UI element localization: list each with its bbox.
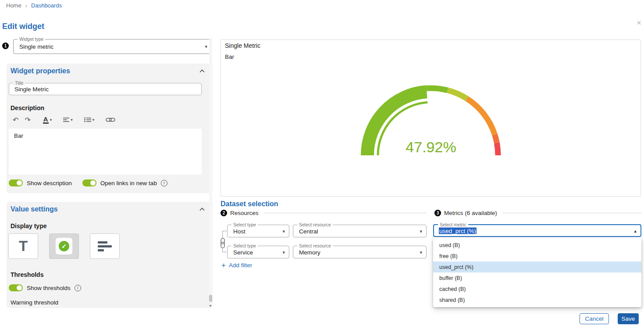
value-settings-header: Value settings bbox=[11, 205, 205, 213]
chevron-down-icon: ▾ bbox=[282, 228, 285, 234]
show-thresholds-label: Show thresholds bbox=[27, 285, 71, 291]
resource-type-select-2[interactable]: Select type Service ▾ bbox=[227, 246, 289, 258]
scrollbar-thumb[interactable] bbox=[209, 295, 212, 302]
step-1-badge: 1 bbox=[2, 43, 9, 49]
chevron-down-icon: ▾ bbox=[420, 228, 422, 234]
widget-type-label: Widget type bbox=[18, 36, 45, 42]
breadcrumb-separator-icon: › bbox=[25, 2, 27, 9]
menu-item-used[interactable]: used (B) bbox=[433, 240, 641, 251]
metric-options-menu: used (B) free (B) used_prct (%) buffer (… bbox=[433, 238, 641, 307]
redo-icon[interactable]: ↷ bbox=[22, 115, 32, 125]
resource-type-value-1: Host bbox=[233, 228, 246, 234]
warning-threshold-label: Warning threshold bbox=[11, 299, 58, 306]
link-icon bbox=[106, 117, 115, 122]
info-icon[interactable]: i bbox=[161, 180, 167, 186]
link-resources-icon bbox=[220, 238, 226, 250]
select-resource-label: Select resource bbox=[297, 222, 333, 227]
collapse-chevron-up-icon[interactable] bbox=[199, 69, 205, 73]
widget-properties-panel: Widget properties Title Description ↶ ↷ … bbox=[7, 64, 213, 193]
menu-item-buffer[interactable]: buffer (B) bbox=[433, 272, 641, 283]
select-type-label: Select type bbox=[231, 243, 258, 248]
title-input[interactable] bbox=[14, 83, 197, 95]
add-filter-label: Add filter bbox=[229, 262, 252, 269]
value-settings-heading: Value settings bbox=[11, 205, 58, 213]
info-icon[interactable]: i bbox=[75, 285, 81, 291]
resource-type-select-1[interactable]: Select type Host ▾ bbox=[227, 225, 289, 237]
connector-line bbox=[222, 231, 227, 231]
breadcrumb-home-link[interactable]: Home bbox=[6, 2, 21, 9]
title-field[interactable]: Title bbox=[9, 83, 202, 95]
chevron-down-icon: ▾ bbox=[282, 249, 285, 255]
preview-description: Bar bbox=[225, 54, 234, 60]
select-resource-label: Select resource bbox=[297, 243, 333, 248]
thresholds-toggle-row: Show thresholds i bbox=[9, 284, 81, 291]
page-title: Edit widget bbox=[2, 22, 44, 31]
resource-value-2: Memory bbox=[299, 249, 320, 255]
display-type-bar-button[interactable] bbox=[90, 233, 120, 259]
description-toggles-row: Show description Open links in new tab i bbox=[9, 179, 167, 186]
display-type-tiles: T ✓ bbox=[8, 233, 120, 259]
text-color-button[interactable]: A ▾ bbox=[41, 115, 54, 125]
undo-icon[interactable]: ↶ bbox=[11, 115, 21, 125]
display-type-text-button[interactable]: T bbox=[8, 233, 38, 259]
step-3-badge: 3 bbox=[434, 210, 441, 216]
value-settings-panel: Value settings Display type T ✓ Threshol… bbox=[7, 202, 213, 308]
collapse-chevron-up-icon[interactable] bbox=[199, 208, 205, 211]
chevron-down-icon: ▾ bbox=[420, 249, 422, 255]
breadcrumb-dashboards-link[interactable]: Dashboards bbox=[31, 2, 62, 9]
widget-properties-heading: Widget properties bbox=[11, 67, 70, 75]
add-filter-button[interactable]: + Add filter bbox=[221, 262, 252, 269]
open-links-label: Open links in new tab bbox=[100, 180, 157, 186]
gauge-display-icon: ✓ bbox=[56, 238, 72, 254]
breadcrumb: Home › Dashboards bbox=[6, 2, 62, 9]
resource-select-2[interactable]: Select resource Memory ▾ bbox=[293, 246, 427, 258]
save-button[interactable]: Save bbox=[618, 313, 639, 324]
gauge-value-text: 47.92% bbox=[406, 139, 456, 155]
menu-item-cached[interactable]: cached (B) bbox=[433, 283, 641, 294]
open-links-toggle[interactable] bbox=[82, 179, 96, 186]
chevron-up-icon: ▴ bbox=[634, 228, 637, 233]
rich-text-toolbar: ↶ ↷ A ▾ ▾ ▾ bbox=[11, 115, 117, 125]
edit-widget-page: Home › Dashboards Edit widget × 1 Widget… bbox=[0, 0, 644, 326]
plus-icon: + bbox=[221, 262, 226, 269]
metrics-label: Metrics (6 available) bbox=[444, 210, 497, 216]
cancel-button[interactable]: Cancel bbox=[580, 313, 609, 324]
left-panel-scrollbar[interactable] bbox=[209, 38, 212, 308]
menu-item-shared[interactable]: shared (B) bbox=[433, 294, 641, 305]
divider bbox=[264, 213, 427, 213]
resource-select-1[interactable]: Select resource Central ▾ bbox=[293, 225, 427, 237]
text-color-icon: A bbox=[43, 116, 49, 124]
show-thresholds-toggle[interactable] bbox=[9, 284, 23, 291]
description-editor[interactable]: Bar bbox=[9, 129, 202, 175]
select-type-label: Select type bbox=[231, 222, 258, 227]
menu-item-free[interactable]: free (B) bbox=[433, 251, 641, 262]
step-2-badge: 2 bbox=[221, 210, 227, 216]
thresholds-label: Thresholds bbox=[11, 271, 43, 278]
widget-type-value: Single metric bbox=[19, 43, 53, 50]
select-metric-label: Select metric bbox=[438, 222, 468, 227]
display-type-label: Display type bbox=[11, 222, 46, 229]
show-description-toggle[interactable] bbox=[9, 179, 23, 186]
align-button[interactable]: ▾ bbox=[61, 116, 75, 123]
menu-item-used-prct[interactable]: used_prct (%) bbox=[433, 262, 641, 272]
metric-select[interactable]: Select metric used_prct (%) ▴ bbox=[433, 224, 641, 237]
resource-type-value-2: Service bbox=[233, 249, 253, 255]
list-icon bbox=[84, 117, 91, 122]
widget-preview-panel: Single Metric Bar 47.92% bbox=[221, 39, 641, 197]
resource-value-1: Central bbox=[299, 228, 318, 234]
link-button[interactable] bbox=[103, 116, 117, 123]
preview-title: Single Metric bbox=[225, 42, 260, 49]
connector-line bbox=[222, 252, 227, 252]
chevron-down-icon: ▾ bbox=[50, 118, 52, 122]
metrics-section-header: 3 Metrics (6 available) bbox=[434, 210, 641, 216]
list-button[interactable]: ▾ bbox=[82, 116, 97, 123]
display-type-gauge-button[interactable]: ✓ bbox=[49, 233, 79, 259]
dataset-selection-heading: Dataset selection bbox=[221, 200, 278, 208]
widget-type-select[interactable]: Widget type Single metric ▾ bbox=[13, 39, 212, 54]
metric-select-value: used_prct (%) bbox=[439, 227, 477, 234]
close-icon[interactable]: × bbox=[637, 18, 641, 27]
widget-properties-header: Widget properties bbox=[11, 67, 205, 75]
chevron-down-icon: ▾ bbox=[205, 44, 207, 50]
resources-label: Resources bbox=[230, 210, 259, 216]
scrollbar-down-arrow-icon[interactable] bbox=[209, 305, 212, 307]
